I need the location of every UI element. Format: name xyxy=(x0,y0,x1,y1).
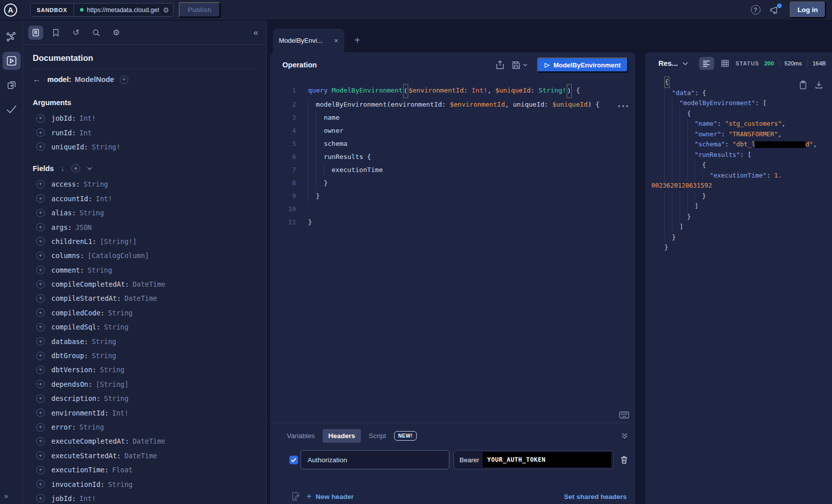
add-field-icon[interactable]: + xyxy=(36,223,45,231)
doc-field-row[interactable]: +invocationId: String xyxy=(33,477,256,491)
doc-field-row[interactable]: +jobId: Int! xyxy=(33,491,256,504)
doc-field-row[interactable]: +compileCompletedAt: DateTime xyxy=(33,277,256,291)
edit-raw-headers-button[interactable] xyxy=(291,492,300,501)
add-field-icon[interactable]: + xyxy=(36,237,45,245)
add-field-icon[interactable]: + xyxy=(36,494,45,502)
response-dropdown-button[interactable] xyxy=(683,62,688,65)
doc-field-row[interactable]: +dependsOn: [String] xyxy=(33,377,256,391)
header-value-field[interactable]: Bearer YOUR_AUTH_TOKEN xyxy=(453,450,614,469)
new-header-button[interactable]: + New header xyxy=(307,491,354,501)
add-field-icon[interactable]: + xyxy=(36,180,45,189)
doc-field-row[interactable]: +dbtGroup: String xyxy=(33,349,256,363)
doc-field-row[interactable]: +uniqueId: String! xyxy=(33,140,256,154)
add-field-icon[interactable]: + xyxy=(36,423,45,432)
back-arrow-icon[interactable]: ← xyxy=(33,75,42,84)
close-tab-icon[interactable]: × xyxy=(334,37,338,45)
response-body[interactable]: {"data": {"modelByEnvironment": [{"name"… xyxy=(645,74,832,504)
checks-nav-button[interactable] xyxy=(3,100,21,118)
add-fields-icon[interactable]: + xyxy=(71,164,80,173)
run-operation-button[interactable]: ▷ ModelByEnvironment xyxy=(537,57,628,72)
add-field-icon[interactable]: + xyxy=(36,142,45,151)
header-enabled-checkbox[interactable] xyxy=(289,456,298,464)
doc-field-row[interactable]: +args: JSON xyxy=(33,220,256,234)
doc-field-row[interactable]: +accountId: Int! xyxy=(33,192,256,206)
add-field-icon[interactable]: + xyxy=(36,128,45,137)
endpoint-url-field[interactable]: https://metadata.cloud.get ⚙ xyxy=(74,7,173,14)
add-field-icon[interactable]: + xyxy=(36,451,45,460)
doc-field-row[interactable]: +alias: String xyxy=(33,206,256,220)
add-field-icon[interactable]: + xyxy=(36,380,45,388)
doc-field-row[interactable]: +compileStartedAt: DateTime xyxy=(33,291,256,305)
new-tab-button[interactable]: + xyxy=(354,35,360,46)
login-button[interactable]: Log in xyxy=(790,2,826,18)
add-field-icon[interactable]: + xyxy=(36,280,45,289)
share-operation-button[interactable] xyxy=(496,60,504,69)
doc-field-row[interactable]: +compiledCode: String xyxy=(33,306,256,320)
add-field-icon[interactable]: + xyxy=(36,480,45,488)
settings-button[interactable]: ⚙ xyxy=(109,26,124,40)
collections-nav-button[interactable] xyxy=(3,76,21,94)
add-field-icon[interactable]: + xyxy=(36,408,45,417)
add-field-icon[interactable]: + xyxy=(36,194,45,203)
publish-button[interactable]: Publish xyxy=(179,2,220,18)
doc-field-row[interactable]: +database: String xyxy=(33,334,256,348)
explorer-nav-button[interactable] xyxy=(3,52,21,70)
breadcrumb-type-link[interactable]: ModelNode xyxy=(75,75,114,83)
editor-overflow-menu[interactable] xyxy=(618,105,628,107)
doc-field-row[interactable]: +executeStartedAt: DateTime xyxy=(33,449,256,463)
tab-headers[interactable]: Headers xyxy=(323,429,360,443)
tab-variables[interactable]: Variables xyxy=(287,432,315,440)
help-icon[interactable]: ? xyxy=(751,5,761,15)
doc-field-row[interactable]: +runId: Int xyxy=(33,125,256,139)
add-field-icon[interactable]: + xyxy=(36,209,45,217)
expand-rail-button[interactable]: » xyxy=(4,491,8,500)
tab-script[interactable]: Script xyxy=(369,432,387,440)
endpoint-url[interactable]: https://metadata.cloud.get xyxy=(87,7,160,14)
header-name-input[interactable] xyxy=(300,450,449,469)
doc-field-row[interactable]: +access: String xyxy=(33,177,256,191)
add-field-icon[interactable]: + xyxy=(36,466,45,474)
doc-field-row[interactable]: +columns: [CatalogColumn] xyxy=(33,248,256,263)
set-shared-headers-link[interactable]: Set shared headers xyxy=(564,493,627,500)
add-field-icon[interactable]: + xyxy=(36,337,45,346)
add-field-icon[interactable]: + xyxy=(36,294,45,303)
schema-nav-button[interactable] xyxy=(3,28,21,46)
doc-field-row[interactable]: +description: String xyxy=(33,391,256,405)
add-field-icon[interactable]: + xyxy=(36,352,45,360)
add-field-icon[interactable]: + xyxy=(36,308,45,317)
query-editor[interactable]: 1query ModelByEnvironment($environmentId… xyxy=(270,77,635,423)
add-field-icon[interactable]: + xyxy=(36,323,45,331)
add-all-fields-icon[interactable]: + xyxy=(120,75,128,84)
formatted-view-button[interactable] xyxy=(699,57,714,70)
doc-field-row[interactable]: +childrenL1: [String!] xyxy=(33,234,256,248)
doc-field-row[interactable]: +jobId: Int! xyxy=(33,111,256,125)
collapse-request-panel-button[interactable] xyxy=(621,432,628,439)
history-button[interactable]: ↺ xyxy=(68,26,84,40)
connection-settings-icon[interactable]: ⚙ xyxy=(163,7,169,14)
download-response-button[interactable] xyxy=(815,80,823,90)
doc-field-row[interactable]: +comment: String xyxy=(33,263,256,277)
add-field-icon[interactable]: + xyxy=(36,437,45,446)
sort-fields-icon[interactable]: ↓ xyxy=(61,164,64,173)
saved-operations-button[interactable] xyxy=(48,26,63,40)
delete-header-button[interactable] xyxy=(620,456,628,464)
doc-field-row[interactable]: +dbtVersion: String xyxy=(33,363,256,377)
collapse-sidebar-button[interactable]: « xyxy=(254,28,258,38)
doc-field-row[interactable]: +compiledSql: String xyxy=(33,320,256,334)
keyboard-shortcuts-button[interactable] xyxy=(619,411,629,418)
fields-chevron-icon[interactable] xyxy=(87,167,92,170)
announcements-button[interactable] xyxy=(770,5,781,15)
doc-field-row[interactable]: +error: String xyxy=(33,420,256,434)
add-field-icon[interactable]: + xyxy=(36,114,45,123)
doc-field-row[interactable]: +executeCompletedAt: DateTime xyxy=(33,434,256,448)
save-operation-button[interactable] xyxy=(512,61,527,69)
documentation-tab-button[interactable] xyxy=(28,26,43,40)
copy-response-button[interactable] xyxy=(799,80,807,90)
doc-field-row[interactable]: +executionTime: Float xyxy=(33,463,256,477)
operation-tab[interactable]: ModelByEnvi... × xyxy=(273,29,344,52)
table-view-button[interactable] xyxy=(718,57,733,70)
add-field-icon[interactable]: + xyxy=(36,266,45,274)
search-button[interactable] xyxy=(89,26,104,40)
add-field-icon[interactable]: + xyxy=(36,251,45,260)
add-field-icon[interactable]: + xyxy=(36,366,45,374)
